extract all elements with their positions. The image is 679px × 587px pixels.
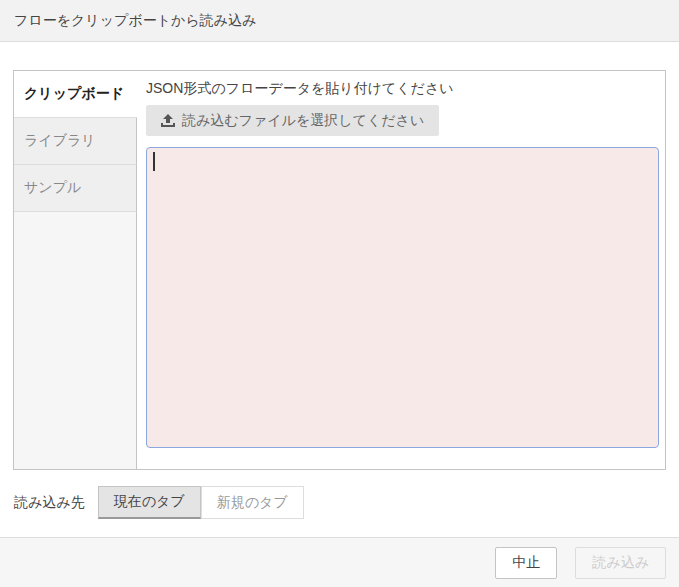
import-flow-dialog: フローをクリップボートから読み込み クリップボード ライブラリ サンプル JSO… [0, 0, 679, 587]
paste-instruction: JSON形式のフローデータを貼り付けてください [146, 80, 659, 97]
upload-icon [161, 114, 175, 128]
dialog-body: クリップボード ライブラリ サンプル JSON形式のフローデータを貼り付けてくだ… [0, 42, 679, 537]
import-source-tabs: クリップボード ライブラリ サンプル [14, 71, 137, 469]
clipboard-pane: JSON形式のフローデータを貼り付けてください 読み込むファイルを選択してくださ… [137, 71, 665, 469]
import-destination-row: 読み込み先 現在のタブ 新規のタブ [14, 486, 665, 519]
new-tab-option[interactable]: 新規のタブ [201, 486, 304, 519]
select-file-button-label: 読み込むファイルを選択してください [182, 112, 424, 130]
dialog-footer: 中止 読み込み [0, 537, 679, 587]
dialog-titlebar: フローをクリップボートから読み込み [0, 0, 679, 42]
tab-library[interactable]: ライブラリ [14, 118, 137, 165]
import-destination-label: 読み込み先 [14, 494, 85, 512]
import-destination-toggle: 現在のタブ 新規のタブ [98, 486, 304, 519]
import-content-box: クリップボード ライブラリ サンプル JSON形式のフローデータを貼り付けてくだ… [13, 70, 666, 470]
json-input[interactable] [146, 147, 659, 448]
tab-examples[interactable]: サンプル [14, 165, 137, 212]
select-file-button[interactable]: 読み込むファイルを選択してください [146, 105, 439, 136]
cancel-button[interactable]: 中止 [495, 547, 557, 579]
current-tab-option[interactable]: 現在のタブ [98, 486, 201, 519]
dialog-title: フローをクリップボートから読み込み [14, 12, 256, 30]
import-button[interactable]: 読み込み [575, 547, 666, 579]
tab-clipboard[interactable]: クリップボード [14, 71, 137, 118]
json-input-wrap [146, 147, 659, 448]
sidebar-filler [14, 212, 137, 469]
